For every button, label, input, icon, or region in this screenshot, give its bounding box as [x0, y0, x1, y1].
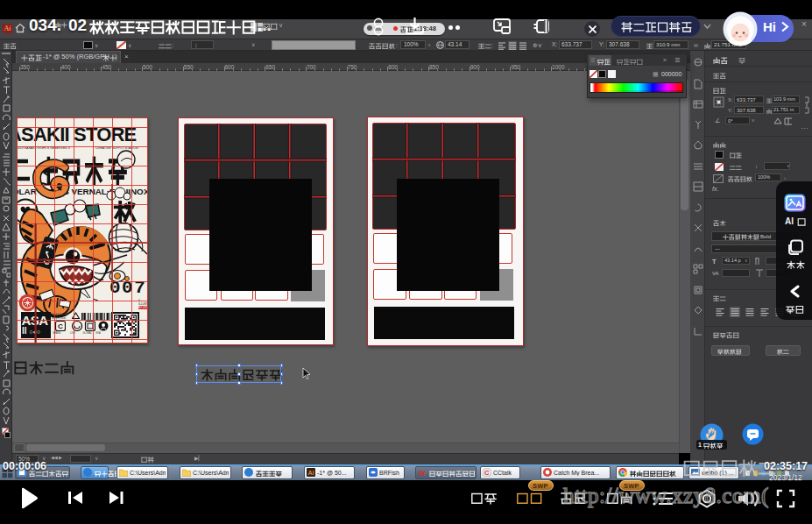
svg-text:C: C — [484, 469, 490, 477]
svg-text:Ai: Ai — [308, 470, 314, 476]
svg-text:W: W — [418, 469, 426, 477]
